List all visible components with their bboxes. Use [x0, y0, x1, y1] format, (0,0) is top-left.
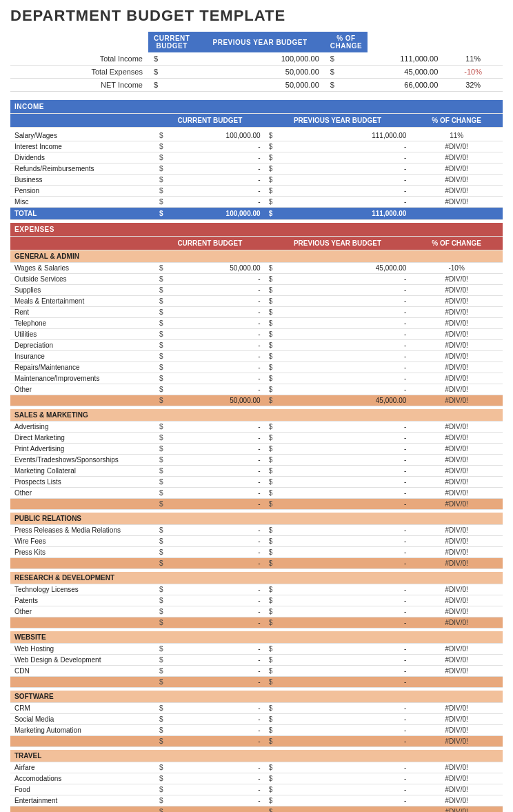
row-label — [10, 736, 155, 747]
dollar-prev: $ — [265, 584, 277, 595]
col-header-current: CURRENT BUDGET — [155, 114, 265, 128]
dollar-prev: $ — [265, 773, 277, 784]
dollar-curr: $ — [155, 362, 168, 373]
dollar-curr: $ — [155, 773, 168, 784]
dollar-prev: $ — [265, 318, 277, 329]
curr-value: - — [168, 152, 265, 164]
summary-curr-value: 50,000.00 — [195, 66, 324, 79]
curr-value: - — [168, 714, 265, 725]
dollar-prev: $ — [265, 736, 277, 747]
row-label: Business — [10, 175, 155, 186]
change-value: #DIV/0! — [410, 307, 503, 318]
prev-value: - — [276, 488, 410, 499]
prev-value: - — [276, 197, 410, 208]
prev-value: - — [276, 644, 410, 655]
curr-value: - — [168, 477, 265, 488]
prev-value: - — [276, 444, 410, 455]
dollar-prev: $ — [265, 477, 277, 488]
curr-value: - — [168, 806, 265, 813]
prev-value: - — [276, 351, 410, 362]
prev-value: - — [276, 595, 410, 606]
curr-value: - — [168, 307, 265, 318]
dollar-curr: $ — [155, 703, 168, 714]
row-label: Technology Licenses — [10, 584, 155, 595]
curr-value: - — [168, 329, 265, 340]
curr-value: - — [168, 175, 265, 186]
dollar-prev: $ — [265, 351, 277, 362]
change-value: #DIV/0! — [410, 536, 503, 547]
dollar-curr: $ — [155, 536, 168, 547]
curr-value: - — [168, 488, 265, 499]
row-label: Pension — [10, 186, 155, 197]
change-value: #DIV/0! — [410, 395, 503, 406]
curr-value: - — [168, 762, 265, 773]
summary-prev-value: 66,000.00 — [368, 79, 443, 92]
curr-value: - — [168, 455, 265, 466]
change-value: #DIV/0! — [410, 164, 503, 175]
prev-value: - — [276, 285, 410, 296]
curr-value: - — [168, 525, 265, 536]
dollar-prev: $ — [265, 466, 277, 477]
dollar-curr: $ — [155, 725, 168, 736]
dollar-prev: $ — [265, 725, 277, 736]
summary-prev-dollar: $ — [325, 79, 368, 92]
prev-value: - — [276, 362, 410, 373]
dollar-prev: $ — [265, 606, 277, 617]
dollar-prev: $ — [265, 141, 277, 152]
dollar-curr: $ — [155, 547, 168, 558]
row-label: Maintenance/Improvements — [10, 373, 155, 384]
row-label: Insurance — [10, 351, 155, 362]
col-header-change: % OF CHANGE — [410, 114, 503, 128]
summary-prev-dollar: $ — [325, 66, 368, 79]
dollar-curr: $ — [155, 806, 168, 813]
dollar-prev: $ — [265, 433, 277, 444]
change-value: #DIV/0! — [410, 762, 503, 773]
change-value: #DIV/0! — [410, 329, 503, 340]
dollar-curr: $ — [155, 164, 168, 175]
income-total-label: TOTAL — [10, 208, 155, 220]
curr-value: - — [168, 584, 265, 595]
change-value: #DIV/0! — [410, 384, 503, 395]
dollar-curr: $ — [155, 318, 168, 329]
dollar-prev: $ — [265, 307, 277, 318]
change-value: #DIV/0! — [410, 477, 503, 488]
dollar-curr: $ — [155, 795, 168, 806]
page-title: DEPARTMENT BUDGET TEMPLATE — [10, 7, 503, 25]
dollar-prev: $ — [265, 714, 277, 725]
prev-value: - — [276, 384, 410, 395]
income-total-curr: 100,000.00 — [168, 208, 265, 220]
dollar-curr: $ — [155, 274, 168, 285]
curr-value: - — [168, 362, 265, 373]
dollar-prev: $ — [265, 499, 277, 510]
prev-value: 111,000.00 — [276, 130, 410, 141]
prev-value: - — [276, 274, 410, 285]
dollar-curr: $ — [155, 296, 168, 307]
col-header-change: % OF CHANGE — [410, 237, 503, 250]
row-label: Rent — [10, 307, 155, 318]
dollar-curr: $ — [155, 175, 168, 186]
prev-value: - — [276, 373, 410, 384]
dollar-prev: $ — [265, 666, 277, 677]
summary-header-change: % OF CHANGE — [325, 32, 368, 52]
dollar-curr: $ — [155, 307, 168, 318]
curr-value: - — [168, 318, 265, 329]
dollar-prev: $ — [265, 488, 277, 499]
summary-curr-dollar: $ — [148, 66, 195, 79]
change-value: #DIV/0! — [410, 584, 503, 595]
curr-value: - — [168, 141, 265, 152]
dollar-prev: $ — [265, 373, 277, 384]
prev-value: - — [276, 784, 410, 795]
row-label: Misc — [10, 197, 155, 208]
change-value: #DIV/0! — [410, 725, 503, 736]
change-value: 11% — [410, 130, 503, 141]
curr-value: - — [168, 547, 265, 558]
row-label — [10, 395, 155, 406]
prev-value: 45,000.00 — [276, 395, 410, 406]
main-table: INCOME CURRENT BUDGET PREVIOUS YEAR BUDG… — [10, 100, 503, 812]
row-label: Depreciation — [10, 340, 155, 351]
dollar-curr: $ — [155, 655, 168, 666]
change-value: #DIV/0! — [410, 318, 503, 329]
prev-value: - — [276, 736, 410, 747]
change-value: #DIV/0! — [410, 340, 503, 351]
row-label: Other — [10, 606, 155, 617]
